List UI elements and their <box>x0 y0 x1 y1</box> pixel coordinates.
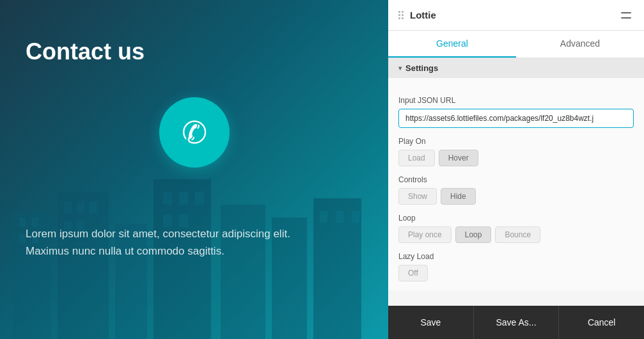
play-on-load-button[interactable]: Load <box>398 150 435 166</box>
play-on-label: Play On <box>398 137 634 146</box>
section-content: Input JSON URL Play On Load Hover Contro… <box>388 78 644 290</box>
lazy-load-button-group: Off <box>398 265 634 281</box>
settings-body: ▾ Settings Input JSON URL Play On Load H… <box>388 58 644 306</box>
loop-play-once-button[interactable]: Play once <box>398 226 452 243</box>
controls-show-button[interactable]: Show <box>398 188 437 205</box>
minimize-button[interactable] <box>618 8 634 23</box>
svg-rect-24 <box>621 12 631 13</box>
controls-field-group: Controls Show Hide <box>398 175 634 205</box>
loop-bounce-button[interactable]: Bounce <box>495 226 540 243</box>
lazy-load-label: Lazy Load <box>398 252 634 261</box>
phone-animation-circle: ✆ <box>159 97 230 168</box>
cancel-button[interactable]: Cancel <box>559 306 644 339</box>
loop-button-group: Play once Loop Bounce <box>398 226 634 243</box>
play-on-field-group: Play On Load Hover <box>398 137 634 166</box>
panel-header-left: Lottie <box>398 10 436 20</box>
tab-advanced[interactable]: Advanced <box>516 31 644 58</box>
lazy-load-off-button[interactable]: Off <box>398 265 428 281</box>
svg-rect-3 <box>19 233 26 243</box>
panel-footer: Save Save As... Cancel <box>388 306 644 339</box>
save-button[interactable]: Save <box>388 306 474 339</box>
play-on-hover-button[interactable]: Hover <box>439 150 478 166</box>
controls-button-group: Show Hide <box>398 188 634 205</box>
lazy-load-field-group: Lazy Load Off <box>398 252 634 281</box>
chevron-down-icon: ▾ <box>398 65 402 72</box>
json-url-label: Input JSON URL <box>398 96 634 105</box>
json-url-field-group: Input JSON URL <box>398 96 634 128</box>
loop-loop-button[interactable]: Loop <box>455 226 492 243</box>
svg-rect-25 <box>621 17 631 19</box>
phone-icon: ✆ <box>182 114 207 150</box>
tabs-row: General Advanced <box>388 31 644 58</box>
controls-hide-button[interactable]: Hide <box>441 188 476 205</box>
contact-title: Contact us <box>26 38 363 65</box>
controls-label: Controls <box>398 175 634 184</box>
tab-general[interactable]: General <box>388 31 516 58</box>
play-on-button-group: Load Hover <box>398 150 634 166</box>
settings-section-header[interactable]: ▾ Settings <box>388 58 644 78</box>
section-header-label: Settings <box>405 63 438 73</box>
preview-panel: Contact us ✆ Lorem ipsum dolor sit amet,… <box>0 0 388 339</box>
svg-rect-1 <box>19 217 26 227</box>
json-url-input[interactable] <box>398 109 634 128</box>
panel-header: Lottie <box>388 0 644 31</box>
loop-label: Loop <box>398 214 634 223</box>
drag-handle-icon <box>398 11 404 19</box>
settings-panel: Lottie General Advanced ▾ Settings Input… <box>388 0 644 339</box>
panel-title: Lottie <box>410 10 436 20</box>
preview-content: Contact us ✆ Lorem ipsum dolor sit amet,… <box>26 38 363 260</box>
loop-field-group: Loop Play once Loop Bounce <box>398 214 634 243</box>
save-as-button[interactable]: Save As... <box>474 306 560 339</box>
preview-body-text: Lorem ipsum dolor sit amet, consectetur … <box>26 225 333 260</box>
